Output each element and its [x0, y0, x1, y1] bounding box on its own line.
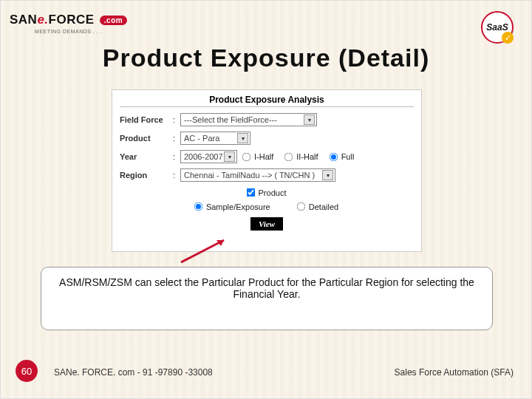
region-select[interactable]: Chennai - TamilNadu --> ( TN/CHN ) ▾ [180, 168, 335, 182]
radio-full-input[interactable] [329, 152, 338, 161]
chevron-down-icon[interactable]: ▾ [322, 170, 333, 180]
saas-badge-text: SaaS [486, 22, 508, 33]
radio-full-label: Full [341, 152, 355, 161]
divider [120, 106, 414, 107]
radio-detailed[interactable]: Detailed [296, 202, 338, 211]
radio-sample-exposure[interactable]: Sample/Exposure [194, 202, 270, 211]
check-icon: ✓ [502, 32, 514, 44]
caption-box: ASM/RSM/ZSM can select the Particular Pr… [41, 267, 493, 330]
radio-ii-half[interactable]: II-Half [284, 152, 318, 162]
footer-right: Sales Force Automation (SFA) [395, 367, 514, 378]
label-field-force: Field Force [120, 115, 173, 124]
radio-ii-half-label: II-Half [296, 152, 318, 161]
radio-sample-exposure-input[interactable] [194, 202, 203, 211]
footer-left: SANe. FORCE. com - 91 -97890 -33008 [54, 367, 213, 378]
saas-badge: SaaS ✓ [481, 11, 514, 44]
slide-number: 60 [16, 360, 38, 382]
view-button[interactable]: View [250, 217, 283, 231]
radio-i-half[interactable]: I-Half [242, 152, 273, 162]
label-region: Region [120, 171, 173, 180]
chevron-down-icon[interactable]: ▾ [304, 115, 315, 125]
label-product: Product [120, 134, 173, 143]
analysis-panel: Product Exposure Analysis Field Force : … [112, 89, 422, 252]
panel-heading: Product Exposure Analysis [120, 95, 414, 105]
radio-sample-exposure-label: Sample/Exposure [206, 202, 270, 211]
label-year: Year [120, 152, 173, 161]
field-force-select[interactable]: ---Select the FieldForce--- ▾ [180, 113, 317, 126]
product-select[interactable]: AC - Para ▾ [180, 132, 250, 145]
brand-e: e. [37, 13, 48, 27]
radio-full[interactable]: Full [329, 152, 355, 162]
brand-dotcom: .com [100, 16, 127, 25]
brand-force: FORCE [49, 13, 95, 27]
brand-tagline: MEETING DEMANDS . . . [35, 29, 102, 34]
product-value: AC - Para [184, 134, 219, 143]
chevron-down-icon[interactable]: ▾ [237, 133, 248, 143]
year-select[interactable]: 2006-2007 ▾ [180, 150, 237, 163]
checkbox-product-label: Product [259, 188, 287, 197]
checkbox-product-input[interactable] [246, 188, 255, 197]
brand-logo: SANe.FORCE .com MEETING DEMANDS . . . [10, 13, 127, 34]
checkbox-product[interactable]: Product [246, 188, 287, 197]
radio-i-half-input[interactable] [242, 152, 251, 161]
radio-i-half-label: I-Half [254, 152, 273, 161]
caption-text: ASM/RSM/ZSM can select the Particular Pr… [59, 276, 474, 300]
field-force-value: ---Select the FieldForce--- [184, 115, 277, 124]
chevron-down-icon[interactable]: ▾ [224, 151, 235, 162]
region-value: Chennai - TamilNadu --> ( TN/CHN ) [184, 171, 315, 180]
year-value: 2006-2007 [184, 152, 223, 161]
brand-san: SAN [10, 13, 37, 27]
radio-detailed-label: Detailed [309, 202, 338, 211]
page-title: Product Exposure (Detail) [1, 44, 531, 72]
radio-detailed-input[interactable] [296, 202, 305, 211]
radio-ii-half-input[interactable] [284, 152, 293, 161]
